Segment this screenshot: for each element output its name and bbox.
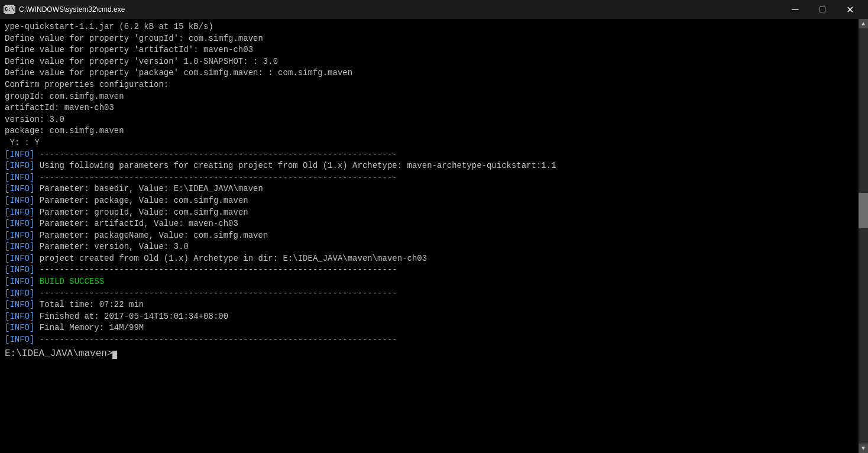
titlebar-controls: ─ □ ✕ (782, 0, 863, 19)
prompt-line: E:\IDEA_JAVA\maven> (5, 348, 863, 359)
scrollbar-arrow-down[interactable]: ▼ (859, 444, 868, 453)
terminal-body[interactable]: ype-quickstart-1.1.jar (6.2 kB at 15 kB/… (0, 19, 868, 453)
titlebar: C:\ C:\WINDOWS\system32\cmd.exe ─ □ ✕ (0, 0, 868, 19)
titlebar-left: C:\ C:\WINDOWS\system32\cmd.exe (5, 5, 125, 14)
cmd-window: C:\ C:\WINDOWS\system32\cmd.exe ─ □ ✕ yp… (0, 0, 868, 453)
cmd-icon: C:\ (5, 5, 14, 14)
close-button[interactable]: ✕ (836, 0, 863, 19)
scrollbar-arrow-up[interactable]: ▲ (859, 19, 868, 28)
scrollbar-thumb[interactable] (859, 193, 868, 228)
terminal-content: ype-quickstart-1.1.jar (6.2 kB at 15 kB/… (5, 21, 863, 346)
scrollbar[interactable]: ▲ ▼ (859, 19, 868, 453)
maximize-button[interactable]: □ (809, 0, 836, 19)
titlebar-title: C:\WINDOWS\system32\cmd.exe (19, 5, 125, 14)
minimize-button[interactable]: ─ (782, 0, 809, 19)
